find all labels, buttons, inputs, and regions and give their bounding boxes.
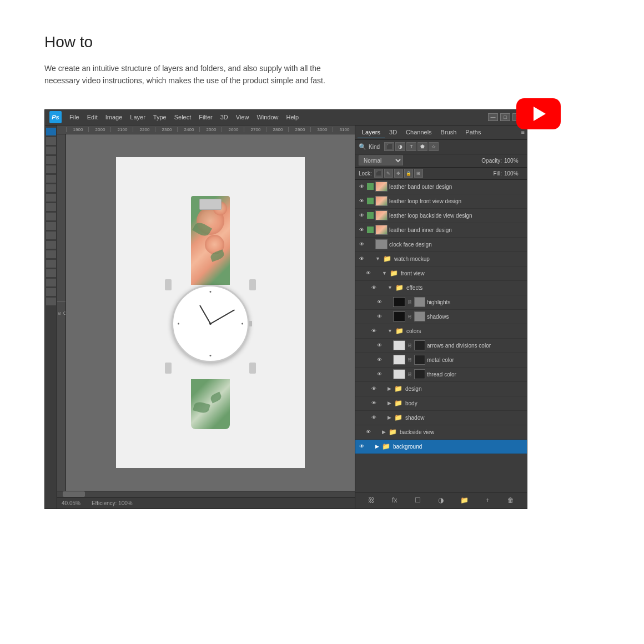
maximize-button[interactable]: □ <box>500 113 510 121</box>
menu-layer[interactable]: Layer <box>127 113 149 122</box>
tool-blur[interactable] <box>46 232 56 239</box>
layer-item[interactable]: 👁 ⛓ shadows <box>355 310 527 324</box>
tool-brush[interactable] <box>46 184 56 192</box>
menu-file[interactable]: File <box>66 113 83 122</box>
tab-brush[interactable]: Brush <box>436 127 461 138</box>
layer-visibility-toggle[interactable]: 👁 <box>375 313 383 320</box>
folder-arrow-icon: ▼ <box>382 270 387 276</box>
blend-mode-select[interactable]: Normal <box>359 155 403 165</box>
lock-transparent-btn[interactable]: ⬛ <box>374 169 383 178</box>
layer-visibility-toggle[interactable]: 👁 <box>375 298 383 306</box>
menu-select[interactable]: Select <box>171 113 195 122</box>
tool-pen[interactable] <box>46 250 56 258</box>
menu-type[interactable]: Type <box>150 113 170 122</box>
menu-view[interactable]: View <box>233 113 253 122</box>
menu-help[interactable]: Help <box>283 113 303 122</box>
tool-path-select[interactable] <box>46 269 56 277</box>
tool-zoom[interactable] <box>46 298 56 305</box>
layer-visibility-toggle[interactable]: 👁 <box>370 399 378 407</box>
layer-visibility-toggle[interactable]: 👁 <box>364 428 372 436</box>
filter-smart-btn[interactable]: ☆ <box>429 142 439 151</box>
delete-layer-button[interactable]: 🗑 <box>505 495 516 506</box>
menu-3d[interactable]: 3D <box>217 113 232 122</box>
add-mask-button[interactable]: ☐ <box>412 495 424 506</box>
tab-layers[interactable]: Layers <box>358 127 385 138</box>
filter-shape-btn[interactable]: ⬟ <box>417 142 427 151</box>
lock-pixels-btn[interactable]: ✎ <box>384 169 393 178</box>
minimize-button[interactable]: — <box>488 113 498 121</box>
folder-item[interactable]: 👁 ▶ 📁 backside view <box>355 425 527 440</box>
layer-visibility-toggle[interactable]: 👁 <box>358 212 365 219</box>
layer-visibility-toggle[interactable]: 👁 <box>358 197 365 205</box>
layer-visibility-toggle[interactable]: 👁 <box>370 414 378 421</box>
layer-visibility-toggle[interactable]: 👁 <box>364 269 372 277</box>
layer-visibility-toggle[interactable]: 👁 <box>358 255 365 263</box>
folder-item[interactable]: 👁 ▼ 📁 front view <box>355 266 527 281</box>
layer-visibility-toggle[interactable]: 👁 <box>370 327 378 335</box>
folder-item[interactable]: 👁 ▶ 📁 shadow <box>355 411 527 425</box>
folder-item[interactable]: 👁 ▼ 📁 colors <box>355 324 527 339</box>
new-group-button[interactable]: 📁 <box>459 495 470 506</box>
layer-visibility-toggle[interactable]: 👁 <box>375 370 383 378</box>
layer-thumbnail <box>393 355 405 365</box>
layer-visibility-toggle[interactable]: 👁 <box>370 385 378 393</box>
layer-item[interactable]: 👁 ⛓ highlights <box>355 295 527 310</box>
layer-item[interactable]: 👁 ⛓ thread color <box>355 368 527 382</box>
youtube-play-button[interactable] <box>516 98 561 129</box>
tab-3d[interactable]: 3D <box>385 127 401 138</box>
layer-item[interactable]: 👁 ⛓ metal color <box>355 353 527 368</box>
layer-item[interactable]: 👁 leather band outer design <box>355 180 527 194</box>
tool-gradient[interactable] <box>46 222 56 230</box>
lock-all-btn[interactable]: 🔒 <box>404 169 413 178</box>
tab-channels[interactable]: Channels <box>401 127 436 138</box>
layer-item[interactable]: 👁 ⛓ arrows and divisions color <box>355 339 527 353</box>
tool-select[interactable] <box>46 137 56 145</box>
folder-item[interactable]: 👁 ▶ 📁 design <box>355 382 527 396</box>
layer-item[interactable]: 👁 leather loop front view design <box>355 194 527 209</box>
ruler-mark: 2900 <box>288 127 310 132</box>
menu-filter[interactable]: Filter <box>195 113 215 122</box>
tool-text[interactable] <box>46 260 56 268</box>
tool-eraser[interactable] <box>46 213 56 220</box>
layer-item[interactable]: 👁 leather loop backside view design <box>355 209 527 223</box>
layer-visibility-toggle[interactable]: 👁 <box>370 284 378 291</box>
canvas-area: 1900 2000 2100 2200 2300 2400 2500 2600 … <box>57 125 355 509</box>
tool-hand[interactable] <box>46 288 56 296</box>
folder-item[interactable]: 👁 ▼ 📁 effects <box>355 281 527 295</box>
add-adjustment-button[interactable]: ◑ <box>435 495 446 506</box>
tool-lasso[interactable] <box>46 147 56 154</box>
layer-visibility-toggle[interactable]: 👁 <box>375 356 383 364</box>
layer-visibility-toggle[interactable]: 👁 <box>358 226 365 234</box>
link-layers-button[interactable]: ⛓ <box>366 495 377 506</box>
tool-heal[interactable] <box>46 175 56 183</box>
menu-edit[interactable]: Edit <box>84 113 101 122</box>
lock-position-btn[interactable]: ✥ <box>394 169 403 178</box>
new-layer-button[interactable]: + <box>482 495 493 506</box>
panel-options-button[interactable]: ≡ <box>521 129 525 135</box>
menu-window[interactable]: Window <box>253 113 281 122</box>
filter-pixel-btn[interactable]: ⬛ <box>384 142 394 151</box>
layer-visibility-toggle[interactable]: 👁 <box>358 240 365 248</box>
lock-artboards-btn[interactable]: ⊞ <box>414 169 423 178</box>
tool-crop[interactable] <box>46 156 56 164</box>
layer-visibility-toggle[interactable]: 👁 <box>358 442 365 450</box>
tool-shape[interactable] <box>46 279 56 286</box>
layer-visibility-toggle[interactable]: 👁 <box>375 341 383 349</box>
filter-adjustment-btn[interactable]: ◑ <box>395 142 405 151</box>
tool-history[interactable] <box>46 203 56 211</box>
filter-text-btn[interactable]: T <box>406 142 416 151</box>
folder-item[interactable]: 👁 ▶ 📁 body <box>355 396 527 411</box>
add-style-button[interactable]: fx <box>389 495 400 506</box>
layer-item[interactable]: 👁 leather band inner design <box>355 223 527 238</box>
layer-visibility-toggle[interactable]: 👁 <box>358 183 365 190</box>
tool-move[interactable] <box>46 128 56 135</box>
folder-item[interactable]: 👁 ▼ 📁 watch mockup <box>355 252 527 266</box>
layer-item[interactable]: 👁 clock face design <box>355 238 527 252</box>
folder-item[interactable]: 👁 ▶ 📁 background <box>355 440 527 454</box>
tool-eyedropper[interactable] <box>46 165 56 173</box>
horizontal-scrollbar[interactable] <box>57 491 355 497</box>
menu-image[interactable]: Image <box>102 113 126 122</box>
tool-dodge[interactable] <box>46 241 56 249</box>
tool-clone[interactable] <box>46 194 56 202</box>
tab-paths[interactable]: Paths <box>461 127 485 138</box>
